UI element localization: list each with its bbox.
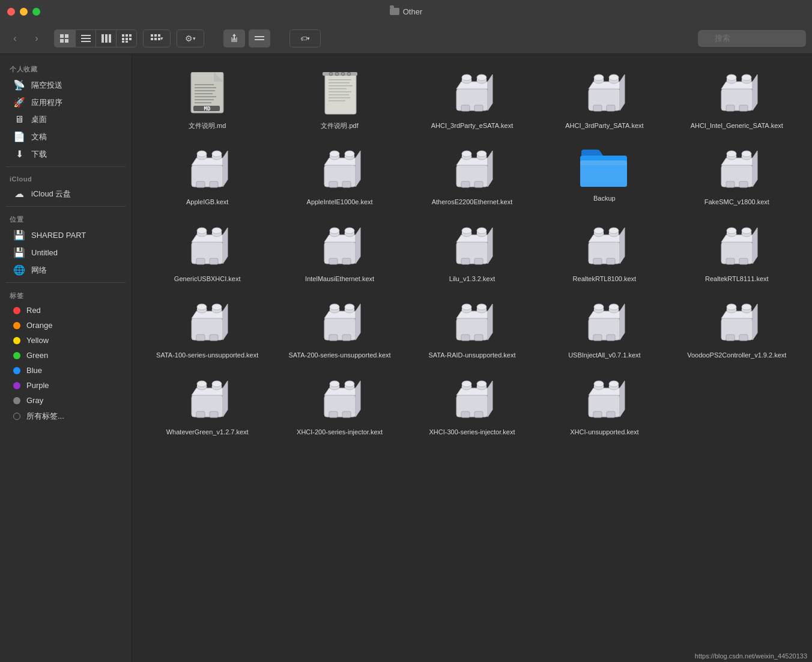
svg-rect-32 [195,93,213,94]
sidebar-item-icloud[interactable]: ☁ iCloud 云盘 [4,185,128,202]
file-item-name: SATA-200-series-unsupported.kext [289,351,391,360]
toolbar: ‹ › [0,23,812,54]
sidebar-item-airdrop[interactable]: 📡 隔空投送 [4,76,128,94]
kext-file-icon [186,302,229,347]
sidebar-item-shared[interactable]: 💾 SHARED PART [4,226,128,244]
svg-point-211 [197,381,207,387]
file-item-name: USBInjectAll_v0.7.1.kext [568,351,640,360]
file-item-f23[interactable]: XHCI-300-series-injector.kext [409,372,535,443]
sidebar-item-purple[interactable]: Purple [4,378,128,393]
settings-button[interactable]: ⚙ ▾ [177,30,204,47]
file-item-f14[interactable]: RealtekRTL8100.kext [541,219,667,290]
file-item-name: AppleIGB.kext [186,198,228,207]
sidebar-item-downloads[interactable]: ⬇ 下载 [4,145,128,163]
sidebar-item-gray[interactable]: Gray [4,393,128,408]
share-button[interactable] [223,29,245,47]
svg-rect-105 [474,181,483,187]
svg-rect-116 [726,181,735,187]
svg-rect-8 [105,34,108,43]
sidebar-item-red[interactable]: Red [4,303,128,318]
svg-rect-207 [739,335,748,341]
file-item-f5[interactable]: AHCI_Intel_Generic_SATA.kext [674,66,800,136]
file-item-f4[interactable]: AHCI_3rdParty_SATA.kext [541,66,667,136]
file-area: MD 文件说明.md 文件说明.pdf [132,54,812,662]
icon-view-button[interactable] [55,30,75,47]
file-item-name: XHCI-200-series-injector.kext [297,428,383,437]
svg-point-76 [742,74,751,80]
sidebar-item-docs[interactable]: 📄 文稿 [4,128,128,145]
svg-rect-117 [739,181,748,187]
sidebar-divider-1 [6,166,126,167]
file-item-name: XHCI-300-series-injector.kext [429,428,515,437]
file-item-f8[interactable]: AtherosE2200Ethernet.kext [409,142,535,213]
svg-rect-7 [102,34,104,43]
sidebar-item-blue[interactable]: Blue [4,363,128,378]
svg-rect-21 [151,38,153,40]
svg-point-151 [609,228,619,234]
file-item-f15[interactable]: RealtekRTL8111.kext [674,219,800,290]
file-item-f17[interactable]: SATA-200-series-unsupported.kext [276,296,402,366]
sidebar-item-green[interactable]: Green [4,348,128,363]
airdrop-icon: 📡 [13,79,25,91]
view-options-button[interactable]: ▾ [144,30,170,47]
folder-icon-blue [580,148,628,190]
search-input[interactable] [698,30,806,47]
gallery-view-button[interactable] [116,30,136,47]
svg-rect-197 [593,335,602,341]
close-button[interactable] [7,8,15,16]
svg-point-115 [742,151,751,157]
svg-point-223 [345,381,354,387]
list-view-button[interactable] [75,30,95,47]
svg-rect-43 [329,88,347,90]
sidebar-item-yellow[interactable]: Yellow [4,333,128,348]
svg-rect-31 [195,90,215,91]
file-item-f20[interactable]: VoodooPS2Controller_v1.9.2.kext [674,296,800,366]
svg-rect-77 [726,105,735,111]
tag-button[interactable]: 🏷 ▾ [290,30,320,47]
forward-button[interactable]: › [28,29,46,47]
file-item-f1[interactable]: MD 文件说明.md [144,66,270,136]
file-item-f2[interactable]: 文件说明.pdf [276,66,402,136]
column-view-button[interactable] [95,30,116,47]
sidebar-item-alltags[interactable]: 所有标签... [4,408,128,425]
back-button[interactable]: ‹ [6,29,24,47]
file-item-f11[interactable]: GenericUSBXHCI.kext [144,219,270,290]
file-item-f12[interactable]: IntelMausiEthernet.kext [276,219,402,290]
file-item-f22[interactable]: XHCI-200-series-injector.kext [276,372,402,443]
file-item-f7[interactable]: AppleIntelE1000e.kext [276,142,402,213]
minimize-button[interactable] [20,8,28,16]
file-item-f24[interactable]: XHCI-unsupported.kext [541,372,667,443]
svg-rect-125 [196,258,205,264]
svg-rect-78 [739,105,748,111]
sidebar-item-orange[interactable]: Orange [4,318,128,333]
file-item-f6[interactable]: AppleIGB.kext [144,142,270,213]
file-item-f21[interactable]: WhateverGreen_v1.2.7.kext [144,372,270,443]
file-item-f10[interactable]: FakeSMC_v1800.kext [674,142,800,213]
file-item-f9[interactable]: Backup [541,142,667,213]
sidebar-item-desktop[interactable]: 🖥 桌面 [4,111,128,128]
file-item-name: FakeSMC_v1800.kext [704,198,769,207]
kext-file-icon [450,225,494,271]
svg-rect-16 [122,41,124,43]
file-item-name: XHCI-unsupported.kext [570,428,638,437]
file-item-f13[interactable]: Lilu_v1.3.2.kext [409,219,535,290]
svg-point-64 [594,74,604,80]
sidebar-item-apps[interactable]: 🚀 应用程序 [4,94,128,111]
file-item-f16[interactable]: SATA-100-series-unsupported.kext [144,296,270,366]
file-item-f18[interactable]: SATA-RAID-unsupported.kext [409,296,535,366]
file-item-f3[interactable]: AHCI_3rdParty_eSATA.kext [409,66,535,136]
sidebar-section-icloud: iCloud [0,171,132,185]
svg-point-82 [197,151,207,157]
action-button[interactable] [249,29,270,47]
sidebar-item-untitled[interactable]: 💾 Untitled [4,244,128,261]
svg-rect-47 [329,100,345,102]
svg-point-133 [345,228,354,234]
svg-point-187 [477,304,486,310]
maximize-button[interactable] [32,8,40,16]
file-item-f19[interactable]: USBInjectAll_v0.7.1.kext [541,296,667,366]
svg-rect-0 [60,34,64,38]
sidebar-item-network[interactable]: 🌐 网络 [4,261,128,279]
sidebar-divider-2 [6,206,126,207]
file-item-name: WhateverGreen_v1.2.7.kext [166,428,249,437]
svg-rect-19 [154,34,157,37]
